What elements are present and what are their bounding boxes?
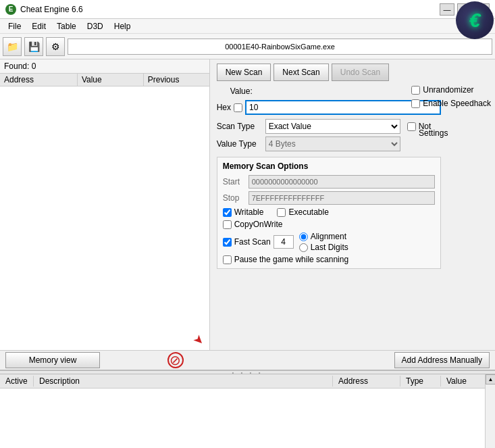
speedhack-label: Enable Speedhack bbox=[423, 99, 491, 108]
pause-checkbox[interactable] bbox=[223, 255, 232, 264]
mem-scan-section: Memory Scan Options Start Stop Writable … bbox=[217, 157, 441, 269]
col-address: Address bbox=[0, 74, 78, 86]
writable-row: Writable Executable bbox=[223, 207, 435, 217]
last-digits-radio[interactable] bbox=[299, 243, 308, 252]
col-value: Value bbox=[78, 74, 144, 86]
scan-type-select[interactable]: Exact Value Bigger than... Smaller than.… bbox=[265, 119, 400, 134]
menu-bar: File Edit Table D3D Help bbox=[0, 19, 495, 34]
speedhack-checkbox[interactable] bbox=[411, 99, 420, 108]
ce-logo: € bbox=[456, 1, 494, 39]
menu-file[interactable]: File bbox=[3, 20, 26, 32]
alignment-label: Alignment bbox=[311, 232, 346, 241]
fast-scan-row: Fast Scan Alignment Last Digits bbox=[223, 232, 435, 252]
fast-scan-checkbox[interactable] bbox=[223, 238, 232, 247]
toolbar: 📁 💾 ⚙ 00001E40-RainbowSixGame.exe € bbox=[0, 34, 495, 59]
start-row: Start bbox=[223, 175, 435, 189]
right-panel: New Scan Next Scan Undo Scan Value: Hex … bbox=[210, 59, 495, 350]
undo-scan-button[interactable]: Undo Scan bbox=[332, 64, 389, 81]
alignment-radio[interactable] bbox=[299, 232, 308, 241]
addr-list-area: Active Description Address Type Value ▲ … bbox=[0, 374, 495, 448]
mem-scan-title: Memory Scan Options bbox=[223, 161, 435, 171]
fast-scan-label: Fast Scan bbox=[234, 237, 271, 247]
addr-col-type: Type bbox=[400, 376, 441, 387]
settings-toolbar-btn[interactable]: ⚙ bbox=[46, 37, 65, 56]
add-address-button[interactable]: Add Address Manually bbox=[394, 352, 490, 368]
fast-scan-input[interactable] bbox=[273, 235, 294, 249]
copyonwrite-row: CopyOnWrite bbox=[223, 220, 435, 229]
app-window: E Cheat Engine 6.6 — □ ✕ File Edit Table… bbox=[0, 0, 495, 448]
unrandomizer-row: Unrandomizer bbox=[411, 85, 491, 95]
new-scan-button[interactable]: New Scan bbox=[217, 64, 271, 81]
value-type-row: Value Type 4 Bytes 1 Byte 2 Bytes 8 Byte… bbox=[217, 136, 441, 151]
addr-col-active: Active bbox=[0, 376, 34, 387]
addr-table-header: Active Description Address Type Value bbox=[0, 374, 495, 389]
menu-d3d[interactable]: D3D bbox=[82, 20, 109, 32]
memory-view-button[interactable]: Memory view bbox=[5, 352, 100, 368]
unrandomizer-checkbox[interactable] bbox=[411, 86, 420, 95]
pause-row: Pause the game while scanning bbox=[223, 255, 435, 264]
menu-help[interactable]: Help bbox=[109, 20, 136, 32]
next-scan-button[interactable]: Next Scan bbox=[273, 64, 328, 81]
last-digits-label: Last Digits bbox=[311, 243, 348, 252]
address-table: Address Value Previous bbox=[0, 74, 209, 330]
writable-label: Writable bbox=[234, 207, 264, 217]
addr-col-address: Address bbox=[333, 376, 400, 387]
scan-buttons: New Scan Next Scan Undo Scan bbox=[217, 64, 441, 81]
open-button[interactable]: 📁 bbox=[3, 37, 22, 56]
value-row: Value: bbox=[230, 86, 441, 96]
minimize-button[interactable]: — bbox=[440, 3, 454, 16]
scan-type-label: Scan Type bbox=[217, 122, 263, 131]
found-label: Found: 0 bbox=[0, 59, 209, 74]
start-input[interactable] bbox=[249, 175, 435, 189]
left-panel: Found: 0 Address Value Previous ➤ bbox=[0, 59, 210, 350]
addr-table-body bbox=[0, 389, 495, 448]
ce-logo-text: € bbox=[469, 9, 481, 32]
scan-type-row: Scan Type Exact Value Bigger than... Sma… bbox=[217, 119, 441, 134]
last-digits-radio-row: Last Digits bbox=[299, 243, 348, 252]
pause-label: Pause the game while scanning bbox=[234, 255, 348, 264]
app-icon: E bbox=[5, 4, 16, 15]
menu-edit[interactable]: Edit bbox=[26, 20, 51, 32]
scroll-up-arrow[interactable]: ▲ bbox=[486, 374, 495, 384]
content-area: Found: 0 Address Value Previous ➤ New Sc… bbox=[0, 59, 495, 350]
window-title: Cheat Engine 6.6 bbox=[20, 5, 83, 14]
right-options: Unrandomizer Enable Speedhack Settings bbox=[411, 85, 491, 138]
title-bar: E Cheat Engine 6.6 — □ ✕ bbox=[0, 0, 495, 19]
alignment-radio-row: Alignment bbox=[299, 232, 348, 241]
addr-col-description: Description bbox=[34, 376, 333, 387]
value-type-select[interactable]: 4 Bytes 1 Byte 2 Bytes 8 Bytes Float Dou… bbox=[265, 136, 400, 151]
executable-label: Executable bbox=[288, 207, 328, 217]
title-left: E Cheat Engine 6.6 bbox=[5, 4, 83, 15]
save-button[interactable]: 💾 bbox=[24, 37, 43, 56]
arrow-icon: ➤ bbox=[190, 331, 207, 349]
col-previous: Previous bbox=[144, 74, 209, 86]
start-label: Start bbox=[223, 177, 249, 186]
stop-input[interactable] bbox=[249, 191, 435, 205]
settings-button[interactable]: Settings bbox=[411, 128, 455, 138]
copyonwrite-checkbox[interactable] bbox=[223, 220, 232, 229]
address-list bbox=[0, 86, 209, 303]
hex-label: Hex bbox=[217, 103, 231, 112]
value-type-label: Value Type bbox=[217, 139, 263, 149]
copyonwrite-label: CopyOnWrite bbox=[234, 220, 283, 229]
hex-checkbox[interactable] bbox=[234, 103, 242, 112]
writable-checkbox[interactable] bbox=[223, 208, 232, 217]
menu-table[interactable]: Table bbox=[51, 20, 82, 32]
value-label: Value: bbox=[230, 86, 253, 96]
delete-icon: ⊘ bbox=[167, 352, 184, 368]
bottom-bar: Memory view ⊘ Add Address Manually bbox=[0, 350, 495, 370]
table-scrollbar[interactable]: ▲ ▼ bbox=[485, 374, 495, 448]
stop-label: Stop bbox=[223, 193, 249, 203]
stop-row: Stop bbox=[223, 191, 435, 205]
alignment-group: Alignment Last Digits bbox=[299, 232, 348, 252]
unrandomizer-label: Unrandomizer bbox=[423, 85, 473, 95]
speedhack-row: Enable Speedhack bbox=[411, 99, 491, 108]
table-header: Address Value Previous bbox=[0, 74, 209, 86]
executable-checkbox[interactable] bbox=[277, 208, 286, 217]
process-bar: 00001E40-RainbowSixGame.exe bbox=[68, 39, 492, 55]
